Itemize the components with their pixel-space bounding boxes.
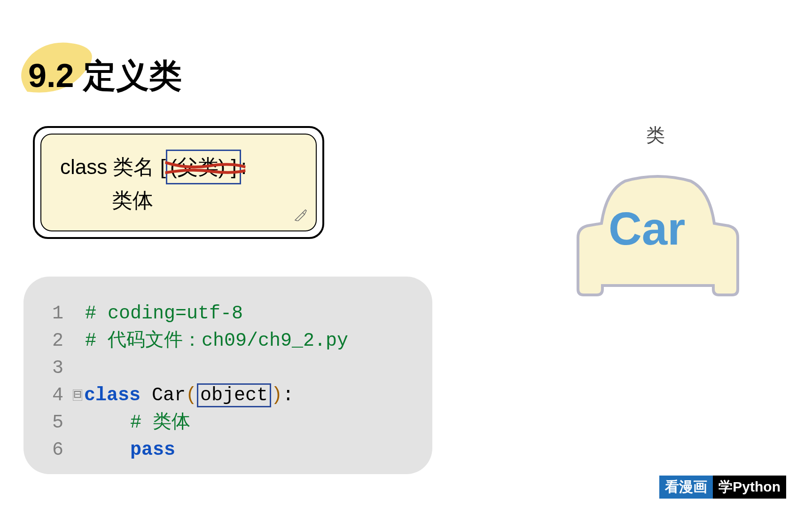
code-line: 4⊟class Car(object): xyxy=(38,382,423,409)
watermark: 看漫画 学Python xyxy=(659,476,786,499)
syntax-box-inner: class 类名 [(父类) ] : 类体 xyxy=(40,134,317,231)
page-title: 9.2 定义类 xyxy=(28,54,182,98)
pen-cursor-icon xyxy=(294,208,307,221)
code-line: 6 pass xyxy=(38,437,423,464)
code-block: 1# coding=utf-82# 代码文件：ch09/ch9_2.py34⊟c… xyxy=(23,277,432,474)
watermark-right: 学Python xyxy=(713,476,786,499)
code-line: 2# 代码文件：ch09/ch9_2.py xyxy=(38,327,423,355)
diagram-label: 类 xyxy=(646,122,665,148)
code-line: 5 # 类体 xyxy=(38,409,423,437)
strikethrough-icon xyxy=(164,151,246,183)
syntax-box: class 类名 [(父类) ] : 类体 xyxy=(33,126,324,239)
watermark-left: 看漫画 xyxy=(659,476,713,499)
car-class-name: Car xyxy=(609,202,685,255)
code-line: 3 xyxy=(38,355,423,382)
syntax-line-1: class 类名 [(父类) ] : xyxy=(60,150,297,184)
code-line: 1# coding=utf-8 xyxy=(38,300,423,327)
syntax-line-2: 类体 xyxy=(60,184,297,216)
syntax-prefix: class 类名 [ xyxy=(60,155,166,178)
syntax-parent-box: (父类) ] xyxy=(166,150,241,184)
